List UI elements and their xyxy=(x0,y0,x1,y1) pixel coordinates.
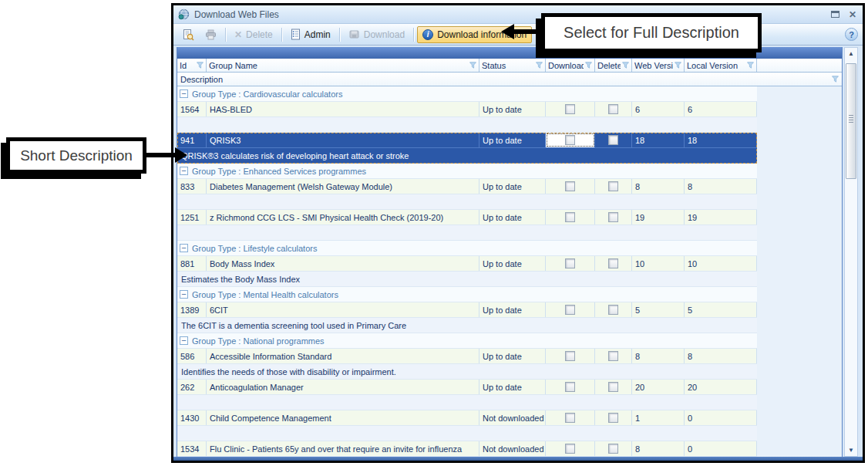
filter-icon[interactable] xyxy=(536,62,543,69)
download-checkbox[interactable] xyxy=(565,212,575,222)
delete-cell[interactable] xyxy=(595,302,632,317)
delete-button[interactable]: ✕ Delete xyxy=(229,26,278,43)
download-cell[interactable] xyxy=(546,380,595,394)
table-row[interactable]: 881Body Mass IndexUp to date1010 xyxy=(177,256,757,272)
delete-checkbox[interactable] xyxy=(608,351,618,361)
delete-cell[interactable] xyxy=(595,349,632,363)
collapse-icon[interactable]: − xyxy=(180,290,188,299)
filter-icon[interactable] xyxy=(622,62,629,69)
download-checkbox[interactable] xyxy=(565,181,575,191)
table-row[interactable]: 1564HAS-BLEDUp to date66 xyxy=(177,102,757,117)
download-cell[interactable] xyxy=(546,349,595,363)
download-cell[interactable] xyxy=(546,179,595,194)
column-header-group-name[interactable]: Group Name xyxy=(207,59,479,72)
selected-row-block[interactable]: 941QRISK3Up to date1818QRISK®3 calculate… xyxy=(177,133,757,164)
collapse-icon[interactable]: − xyxy=(180,89,188,98)
description-row[interactable] xyxy=(177,395,757,410)
download-information-button[interactable]: i Download information xyxy=(417,26,532,43)
download-checkbox[interactable] xyxy=(565,135,575,145)
maximize-icon[interactable] xyxy=(831,11,839,18)
collapse-icon[interactable]: − xyxy=(180,167,188,175)
delete-cell[interactable] xyxy=(595,179,632,194)
filter-icon[interactable] xyxy=(832,76,839,83)
download-cell[interactable] xyxy=(546,210,595,225)
group-row[interactable]: −Group Type : Lifestyle calculators xyxy=(177,241,757,256)
column-header-status[interactable]: Status xyxy=(479,59,546,72)
group-row[interactable]: −Group Type : Enhanced Services programm… xyxy=(177,164,757,179)
table-row[interactable]: 586Accessible Information StandardUp to … xyxy=(177,349,757,364)
delete-checkbox[interactable] xyxy=(608,181,618,191)
filter-icon[interactable] xyxy=(747,62,754,69)
admin-button[interactable]: Admin xyxy=(285,25,336,43)
download-checkbox[interactable] xyxy=(565,413,575,423)
filter-icon[interactable] xyxy=(675,62,681,69)
download-checkbox[interactable] xyxy=(565,258,575,268)
group-row[interactable]: −Group Type : Mental Health calculators xyxy=(177,287,757,302)
description-row[interactable] xyxy=(177,426,757,441)
description-row[interactable]: Identifies the needs of those with disab… xyxy=(177,364,757,380)
help-button[interactable]: ? xyxy=(845,28,858,41)
filter-icon[interactable] xyxy=(469,62,476,69)
group-row[interactable]: −Group Type : National programmes xyxy=(177,333,757,349)
delete-cell[interactable] xyxy=(595,410,632,425)
print-preview-button[interactable] xyxy=(177,25,200,44)
download-cell[interactable] xyxy=(546,133,595,147)
delete-checkbox[interactable] xyxy=(608,382,618,392)
delete-checkbox[interactable] xyxy=(608,413,618,423)
description-row[interactable] xyxy=(177,194,757,210)
table-row[interactable]: 262Anticoagulation ManagerUp to date2020 xyxy=(177,380,757,395)
print-button[interactable] xyxy=(200,26,222,43)
delete-checkbox[interactable] xyxy=(608,258,618,268)
download-checkbox[interactable] xyxy=(565,444,575,454)
delete-checkbox[interactable] xyxy=(608,212,618,222)
table-row[interactable]: 1251z Richmond CCG LCS - SMI Physical He… xyxy=(177,210,757,225)
table-row[interactable]: 941QRISK3Up to date1818 xyxy=(177,133,757,148)
download-checkbox[interactable] xyxy=(565,104,575,114)
delete-checkbox[interactable] xyxy=(608,444,618,454)
group-row[interactable]: −Group Type : Cardiovascular calculators xyxy=(177,86,757,102)
download-button[interactable]: Download xyxy=(343,26,410,43)
delete-cell[interactable] xyxy=(595,256,632,271)
table-row[interactable]: 13896CITUp to date55 xyxy=(177,302,757,318)
collapse-icon[interactable]: − xyxy=(180,336,188,345)
delete-cell[interactable] xyxy=(595,441,632,456)
delete-checkbox[interactable] xyxy=(608,104,618,114)
scroll-down-icon[interactable]: ▼ xyxy=(845,447,857,454)
collapse-icon[interactable]: − xyxy=(180,244,188,252)
download-cell[interactable] xyxy=(546,256,595,271)
delete-cell[interactable] xyxy=(595,380,632,394)
column-header-local-version[interactable]: Local Version xyxy=(685,59,757,72)
table-row[interactable]: 833Diabetes Management (Welsh Gateway Mo… xyxy=(177,179,757,194)
column-header-web-version[interactable]: Web Version xyxy=(632,59,685,72)
description-row[interactable] xyxy=(177,117,757,133)
download-checkbox[interactable] xyxy=(565,351,575,361)
scrollbar-thumb[interactable] xyxy=(846,63,856,179)
download-cell[interactable] xyxy=(546,302,595,317)
scroll-up-icon[interactable]: ▲ xyxy=(845,50,857,57)
filter-icon[interactable] xyxy=(585,62,592,69)
delete-checkbox[interactable] xyxy=(608,135,618,145)
delete-checkbox[interactable] xyxy=(608,305,618,315)
description-row[interactable]: The 6CIT is a dementia screening tool us… xyxy=(177,318,757,333)
download-checkbox[interactable] xyxy=(565,382,575,392)
filter-icon[interactable] xyxy=(197,62,204,69)
column-header-download[interactable]: Download xyxy=(546,59,595,72)
table-row[interactable]: 1430Child Competence ManagementNot downl… xyxy=(177,410,757,426)
description-row[interactable] xyxy=(177,225,757,241)
description-row[interactable]: QRISK®3 calculates risk of developing he… xyxy=(177,148,757,164)
column-header-delete[interactable]: Delete xyxy=(595,59,632,72)
delete-cell[interactable] xyxy=(595,133,632,147)
table-row[interactable]: 1534Flu Clinic - Patients 65y and over t… xyxy=(177,441,757,457)
delete-cell[interactable] xyxy=(595,102,632,117)
download-cell[interactable] xyxy=(546,441,595,456)
vertical-scrollbar[interactable]: ▲ ▼ xyxy=(844,47,858,457)
description-cell: Identifies the needs of those with disab… xyxy=(177,364,757,379)
description-row[interactable]: Estimates the Body Mass Index xyxy=(177,272,757,287)
description-header[interactable]: Description xyxy=(177,73,842,86)
delete-cell[interactable] xyxy=(595,210,632,225)
download-cell[interactable] xyxy=(546,410,595,425)
close-icon[interactable]: ✕ xyxy=(849,10,856,19)
download-cell[interactable] xyxy=(546,102,595,117)
download-checkbox[interactable] xyxy=(565,305,575,315)
column-header-id[interactable]: Id xyxy=(177,59,207,72)
